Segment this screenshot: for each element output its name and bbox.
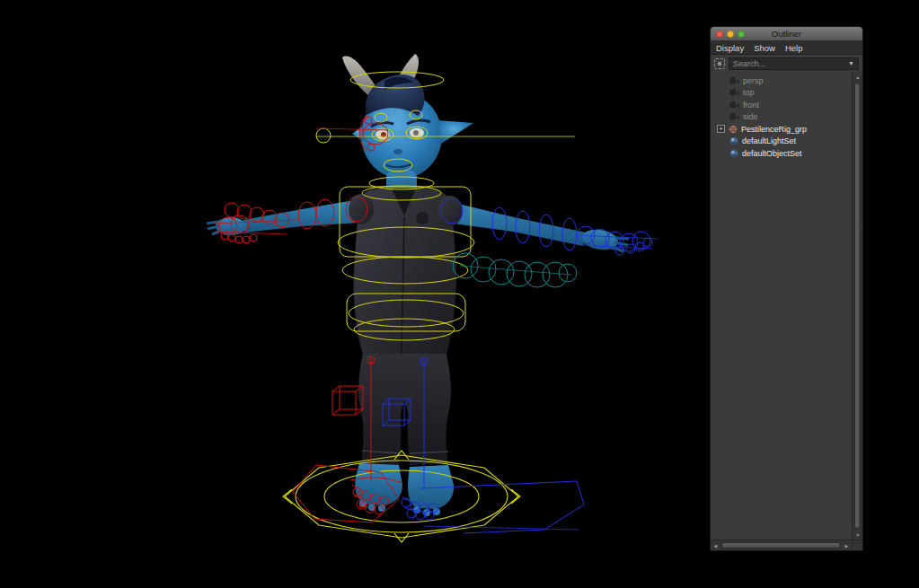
- rig-controls-spline[interactable]: [453, 253, 577, 287]
- outliner-titlebar[interactable]: Outliner: [711, 27, 862, 41]
- tree-item-label: persp: [743, 76, 764, 85]
- tree-item-label: PestilenceRig_grp: [741, 125, 807, 134]
- filter-icon[interactable]: [714, 58, 725, 69]
- horizontal-scroll-thumb[interactable]: [721, 542, 841, 549]
- menu-help[interactable]: Help: [785, 43, 803, 53]
- chest-button: [416, 212, 429, 224]
- menu-show[interactable]: Show: [754, 43, 775, 53]
- scroll-left-icon[interactable]: ◀: [711, 540, 720, 551]
- character-model[interactable]: [207, 54, 629, 516]
- horizontal-scrollbar[interactable]: ◀ ▶: [711, 540, 852, 550]
- maya-application: Outliner Display Show Help Search... ▼: [0, 0, 919, 588]
- vertical-scrollbar[interactable]: ▲ ▼: [852, 72, 862, 540]
- chevron-down-icon[interactable]: ▼: [848, 60, 854, 66]
- menu-display[interactable]: Display: [716, 43, 744, 53]
- scrollbar-corner: [852, 540, 862, 550]
- tree-item-label: side: [743, 112, 758, 121]
- camera-icon: [729, 89, 739, 96]
- right-iris: [413, 130, 419, 136]
- object-set-icon: [729, 136, 738, 145]
- search-placeholder: Search...: [733, 59, 848, 68]
- search-input[interactable]: Search... ▼: [729, 57, 859, 70]
- global-control-ring[interactable]: [283, 451, 520, 542]
- minimize-button[interactable]: [727, 31, 734, 38]
- camera-icon: [729, 113, 739, 120]
- tree-item-label: front: [743, 101, 759, 110]
- camera-icon: [729, 77, 739, 84]
- transform-group-icon: [729, 125, 738, 134]
- tree-item-pestilence-rig-grp[interactable]: + PestilenceRig_grp: [711, 123, 852, 136]
- outliner-tree: persp top front: [711, 72, 852, 540]
- expand-toggle[interactable]: +: [717, 125, 725, 133]
- camera-icon: [729, 101, 739, 109]
- zoom-button[interactable]: [738, 31, 745, 38]
- tree-item-side[interactable]: side: [711, 111, 852, 124]
- scroll-right-icon[interactable]: ▶: [842, 540, 852, 551]
- tree-item-label: top: [743, 88, 755, 97]
- pants: [358, 354, 451, 465]
- left-shoulder-pad: [349, 194, 374, 224]
- vertical-scroll-thumb[interactable]: [854, 83, 861, 529]
- tree-item-default-object-set[interactable]: defaultObjectSet: [711, 147, 852, 160]
- outliner-window: Outliner Display Show Help Search... ▼: [710, 26, 863, 551]
- tree-item-persp[interactable]: persp: [711, 75, 852, 87]
- right-ear: [438, 120, 473, 144]
- nose: [393, 149, 402, 154]
- outliner-search-row: Search... ▼: [711, 55, 862, 72]
- tree-item-top[interactable]: top: [711, 87, 852, 100]
- scroll-up-icon[interactable]: ▲: [853, 72, 863, 82]
- scroll-down-icon[interactable]: ▼: [853, 530, 863, 540]
- tree-item-label: defaultLightSet: [742, 136, 796, 145]
- tree-item-label: defaultObjectSet: [742, 149, 802, 158]
- object-set-icon: [729, 149, 738, 158]
- tree-item-front[interactable]: front: [711, 99, 852, 111]
- left-ear: [352, 126, 363, 141]
- close-button[interactable]: [716, 31, 723, 38]
- tree-item-default-light-set[interactable]: defaultLightSet: [711, 136, 852, 148]
- left-foot: [355, 463, 402, 505]
- outliner-menubar: Display Show Help: [711, 41, 862, 55]
